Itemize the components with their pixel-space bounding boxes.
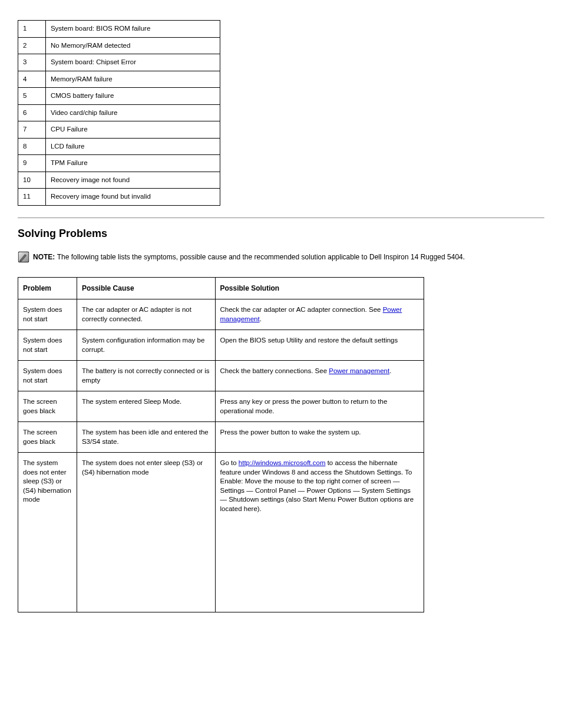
cell-problem: System does not start bbox=[18, 330, 77, 361]
cell-solution: Check the battery connections. See Power… bbox=[215, 361, 424, 391]
led-code-row: 3System board: Chipset Error bbox=[18, 54, 220, 71]
cell-problem: The system does not enter sleep (S3) or … bbox=[18, 453, 77, 612]
cell-problem: The screen goes black bbox=[18, 422, 77, 453]
cell-cause: System configuration information may be … bbox=[77, 330, 215, 361]
note-icon bbox=[18, 251, 29, 263]
cell-problem: System does not start bbox=[18, 361, 77, 391]
header-solution: Possible Solution bbox=[215, 277, 424, 299]
led-code-row: 2No Memory/RAM detected bbox=[18, 37, 220, 54]
solution-text: to access the hibernate feature under Wi… bbox=[220, 459, 414, 512]
led-code-number: 7 bbox=[18, 121, 46, 139]
led-code-row: 7CPU Failure bbox=[18, 121, 220, 139]
led-code-description: No Memory/RAM detected bbox=[45, 37, 220, 54]
solution-link[interactable]: Power management bbox=[329, 367, 389, 374]
solution-text: Check the car adapter or AC adapter conn… bbox=[220, 306, 383, 313]
led-code-row: 11Recovery image found but invalid bbox=[18, 189, 220, 206]
led-code-description: CMOS battery failure bbox=[45, 88, 220, 105]
solution-text: . bbox=[260, 315, 262, 322]
table-row: System does not startSystem configuratio… bbox=[18, 330, 424, 361]
cell-solution: Open the BIOS setup Utility and restore … bbox=[215, 330, 424, 361]
solution-text: Go to bbox=[220, 459, 239, 466]
led-code-row: 5CMOS battery failure bbox=[18, 88, 220, 105]
section-title: Solving Problems bbox=[18, 226, 544, 241]
led-code-description: System board: BIOS ROM failure bbox=[45, 21, 220, 38]
note-text: NOTE: The following table lists the symp… bbox=[33, 251, 465, 262]
cell-cause: The battery is not correctly connected o… bbox=[77, 361, 215, 391]
led-code-row: 1System board: BIOS ROM failure bbox=[18, 21, 220, 38]
table-header-row: Problem Possible Cause Possible Solution bbox=[18, 277, 424, 299]
solution-text: Press any key or press the power button … bbox=[220, 398, 388, 414]
table-row: System does not startThe battery is not … bbox=[18, 361, 424, 391]
cell-problem: System does not start bbox=[18, 299, 77, 330]
led-code-description: Memory/RAM failure bbox=[45, 71, 220, 88]
problems-table: Problem Possible Cause Possible Solution… bbox=[18, 277, 424, 612]
note-body: The following table lists the symptoms, … bbox=[57, 253, 465, 261]
led-code-number: 4 bbox=[18, 71, 46, 88]
led-code-number: 8 bbox=[18, 138, 46, 155]
led-code-number: 11 bbox=[18, 189, 46, 206]
led-code-description: System board: Chipset Error bbox=[45, 54, 220, 71]
led-code-number: 9 bbox=[18, 155, 46, 172]
led-code-row: 4Memory/RAM failure bbox=[18, 71, 220, 88]
solution-text: Check the battery connections. See bbox=[220, 367, 329, 374]
note-prefix: NOTE: bbox=[33, 253, 57, 261]
cell-problem: The screen goes black bbox=[18, 391, 77, 422]
cell-solution: Go to http://windows.microsoft.com to ac… bbox=[215, 453, 424, 612]
cell-solution: Press any key or press the power button … bbox=[215, 391, 424, 422]
cell-solution: Check the car adapter or AC adapter conn… bbox=[215, 299, 424, 330]
led-code-number: 5 bbox=[18, 88, 46, 105]
cell-cause: The system does not enter sleep (S3) or … bbox=[77, 453, 215, 612]
solution-text: Open the BIOS setup Utility and restore … bbox=[220, 337, 398, 344]
led-code-description: Recovery image found but invalid bbox=[45, 189, 220, 206]
led-code-description: Video card/chip failure bbox=[45, 104, 220, 121]
led-code-row: 10Recovery image not found bbox=[18, 172, 220, 189]
led-code-description: LCD failure bbox=[45, 138, 220, 155]
led-code-description: CPU Failure bbox=[45, 121, 220, 139]
led-codes-table: 1System board: BIOS ROM failure2No Memor… bbox=[18, 20, 220, 206]
led-code-row: 9TPM Failure bbox=[18, 155, 220, 172]
header-cause: Possible Cause bbox=[77, 277, 215, 299]
cell-cause: The system entered Sleep Mode. bbox=[77, 391, 215, 422]
led-code-number: 3 bbox=[18, 54, 46, 71]
led-code-number: 6 bbox=[18, 104, 46, 121]
note-block: NOTE: The following table lists the symp… bbox=[18, 251, 544, 263]
led-code-number: 2 bbox=[18, 37, 46, 54]
led-code-description: Recovery image not found bbox=[45, 172, 220, 189]
cell-solution: Press the power button to wake the syste… bbox=[215, 422, 424, 453]
led-code-number: 1 bbox=[18, 21, 46, 38]
led-code-number: 10 bbox=[18, 172, 46, 189]
table-row: System does not startThe car adapter or … bbox=[18, 299, 424, 330]
cell-cause: The system has been idle and entered the… bbox=[77, 422, 215, 453]
led-code-row: 6Video card/chip failure bbox=[18, 104, 220, 121]
solution-text: Press the power button to wake the syste… bbox=[220, 429, 361, 436]
solution-text: . bbox=[389, 367, 391, 374]
table-row: The system does not enter sleep (S3) or … bbox=[18, 453, 424, 612]
cell-cause: The car adapter or AC adapter is not cor… bbox=[77, 299, 215, 330]
table-row: The screen goes blackThe system entered … bbox=[18, 391, 424, 422]
led-code-description: TPM Failure bbox=[45, 155, 220, 172]
solution-link[interactable]: http://windows.microsoft.com bbox=[239, 459, 326, 466]
header-problem: Problem bbox=[18, 277, 77, 299]
section-divider bbox=[18, 218, 544, 218]
led-code-row: 8LCD failure bbox=[18, 138, 220, 155]
table-row: The screen goes blackThe system has been… bbox=[18, 422, 424, 453]
